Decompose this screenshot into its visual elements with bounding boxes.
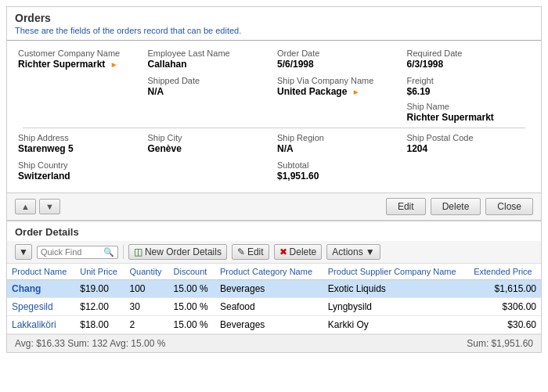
- order-date-cell: Order Date 5/6/1998: [274, 47, 404, 71]
- close-button[interactable]: Close: [485, 198, 533, 215]
- toolbar-sep-1: [123, 245, 124, 259]
- table-header-row: Product Name Unit Price Quantity Discoun…: [7, 264, 541, 280]
- table-cell: $18.00: [75, 316, 124, 334]
- ship-address-cell: Ship Address Starenweg 5: [15, 131, 145, 156]
- freight-value: $6.19: [407, 86, 531, 97]
- table-cell: Lyngbysild: [323, 298, 469, 316]
- table-cell: $12.00: [75, 298, 124, 316]
- od-delete-label: Delete: [290, 246, 317, 257]
- ship-country-value: Switzerland: [18, 171, 271, 182]
- table-cell: Beverages: [215, 280, 323, 298]
- orders-title: Orders: [15, 12, 533, 24]
- ship-via-value: United Package ►: [277, 86, 401, 97]
- subtotal-value: $1,951.60: [277, 171, 530, 182]
- th-product-name: Product Name: [7, 264, 75, 280]
- footer-left: Avg: $16.33 Sum: 132 Avg: 15.00 %: [15, 338, 165, 349]
- ship-city-value: Genève: [148, 143, 272, 154]
- field-row-2: Shipped Date N/A Ship Via Company Name U…: [15, 74, 533, 124]
- th-discount: Discount: [169, 264, 215, 280]
- od-footer: Avg: $16.33 Sum: 132 Avg: 15.00 % Sum: $…: [7, 334, 541, 352]
- chevron-down-icon: ▼: [19, 246, 28, 257]
- table-cell: $30.60: [469, 316, 541, 334]
- field-row-3: Ship Address Starenweg 5 Ship City Genèv…: [15, 131, 533, 156]
- od-edit-button[interactable]: ✎ Edit: [232, 244, 269, 260]
- table-row: Lakkaliköri$18.00215.00 %BeveragesKarkki…: [7, 316, 541, 334]
- customer-company-label: Customer Company Name: [18, 49, 142, 58]
- delete-button[interactable]: Delete: [431, 198, 481, 215]
- table-cell: 2: [124, 316, 168, 334]
- fields-section-divider: [23, 128, 525, 128]
- expand-button[interactable]: ▼: [15, 244, 32, 260]
- field-row-4: Ship Country Switzerland Subtotal $1,951…: [15, 159, 533, 183]
- table-cell: $1,615.00: [469, 280, 541, 298]
- table-cell: $306.00: [469, 298, 541, 316]
- table-cell: Beverages: [215, 316, 323, 334]
- search-icon: 🔍: [103, 247, 114, 257]
- ship-postal-cell: Ship Postal Code 1204: [404, 131, 534, 156]
- table-cell: 100: [124, 280, 168, 298]
- order-details-table: Product Name Unit Price Quantity Discoun…: [7, 264, 541, 334]
- ship-address-label: Ship Address: [18, 133, 142, 142]
- required-date-cell: Required Date 6/3/1998: [404, 47, 534, 71]
- footer-right: Sum: $1,951.60: [467, 338, 533, 349]
- shipped-date-value: N/A: [148, 86, 272, 97]
- edit-button[interactable]: Edit: [386, 198, 426, 215]
- th-unit-price: Unit Price: [75, 264, 124, 280]
- table-cell: Karkki Oy: [323, 316, 469, 334]
- orders-subtitle: These are the fields of the orders recor…: [15, 26, 533, 35]
- table-cell: 30: [124, 298, 168, 316]
- table-cell: $19.00: [75, 280, 124, 298]
- orders-header: Orders These are the fields of the order…: [7, 7, 541, 37]
- ship-via-cell: Ship Via Company Name United Package ►: [274, 74, 404, 124]
- ship-region-value: N/A: [277, 143, 401, 154]
- th-extended-price: Extended Price: [469, 264, 541, 280]
- order-details-title: Order Details: [7, 221, 541, 241]
- od-delete-button[interactable]: ✖ Delete: [274, 244, 323, 260]
- subtotal-label: Subtotal: [277, 160, 530, 170]
- actions-button[interactable]: Actions ▼: [326, 244, 380, 260]
- prev-arrow-button[interactable]: ▲: [15, 199, 36, 214]
- fields-grid: Customer Company Name Richter Supermarkt…: [7, 44, 541, 192]
- employee-last-name-cell: Employee Last Name Callahan: [145, 47, 275, 71]
- ship-via-link[interactable]: United Package: [277, 86, 347, 97]
- ship-country-label: Ship Country: [18, 160, 271, 170]
- table-row: Chang$19.0010015.00 %BeveragesExotic Liq…: [7, 280, 541, 298]
- empty-cell-1: [15, 74, 145, 124]
- customer-company-value: Richter Supermarkt ►: [18, 59, 142, 70]
- new-icon: ◫: [134, 246, 142, 257]
- ship-via-arrow-icon: ►: [352, 88, 360, 96]
- ship-city-cell: Ship City Genève: [145, 131, 275, 156]
- ship-name-label: Ship Name: [407, 102, 531, 111]
- customer-company-link[interactable]: Richter Supermarkt: [18, 59, 105, 70]
- table-cell[interactable]: Lakkaliköri: [7, 316, 75, 334]
- next-arrow-button[interactable]: ▼: [39, 199, 60, 214]
- table-cell: 15.00 %: [169, 298, 215, 316]
- crud-buttons: Edit Delete Close: [386, 198, 533, 215]
- ship-address-value: Starenweg 5: [18, 143, 142, 154]
- orders-divider: [7, 40, 541, 41]
- th-quantity: Quantity: [124, 264, 168, 280]
- required-date-value: 6/3/1998: [407, 59, 531, 70]
- new-order-details-button[interactable]: ◫ New Order Details: [128, 244, 227, 260]
- table-row: Spegesild$12.003015.00 %SeafoodLyngbysil…: [7, 298, 541, 316]
- actions-label: Actions: [332, 246, 362, 257]
- ship-postal-value: 1204: [407, 143, 531, 154]
- ship-region-label: Ship Region: [277, 133, 401, 142]
- edit-icon: ✎: [237, 246, 245, 257]
- order-date-value: 5/6/1998: [277, 59, 401, 70]
- table-cell[interactable]: Spegesild: [7, 298, 75, 316]
- nav-arrows: ▲ ▼: [15, 199, 386, 214]
- order-details-tbody: Chang$19.0010015.00 %BeveragesExotic Liq…: [7, 280, 541, 334]
- shipped-date-cell: Shipped Date N/A: [145, 74, 275, 124]
- quick-find-input[interactable]: [41, 247, 103, 257]
- order-details-section: Order Details ▼ 🔍 ◫ New Order Details ✎ …: [7, 221, 541, 352]
- field-row-1: Customer Company Name Richter Supermarkt…: [15, 47, 533, 71]
- ship-via-label: Ship Via Company Name: [277, 76, 401, 85]
- od-edit-label: Edit: [247, 246, 264, 257]
- ship-region-cell: Ship Region N/A: [274, 131, 404, 156]
- customer-company-cell: Customer Company Name Richter Supermarkt…: [15, 47, 145, 71]
- table-cell[interactable]: Chang: [7, 280, 75, 298]
- order-details-toolbar: ▼ 🔍 ◫ New Order Details ✎ Edit ✖ Delete …: [7, 241, 541, 264]
- th-supplier: Product Supplier Company Name: [323, 264, 469, 280]
- employee-last-name-label: Employee Last Name: [148, 49, 272, 58]
